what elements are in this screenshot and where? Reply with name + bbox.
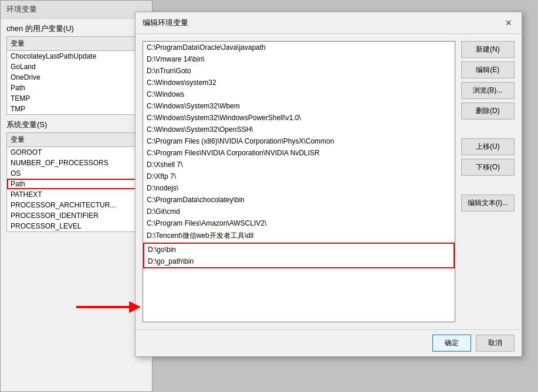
button-spacer-1 <box>461 123 515 135</box>
sys-var-row-num-processors[interactable]: NUMBER_OF_PROCESSORS <box>7 158 146 168</box>
sys-var-row-proc-id[interactable]: PROCESSOR_IDENTIFIER <box>7 210 146 221</box>
edit-text-button[interactable]: 编辑文本(I)... <box>461 195 515 212</box>
sys-vars-header: 变量 <box>7 133 146 147</box>
path-item-go-bin[interactable]: D:\go\bin <box>143 243 455 255</box>
sys-var-row-goroot[interactable]: GOROOT <box>7 147 146 158</box>
path-list[interactable]: C:\ProgramData\Oracle\Java\javapath D:\V… <box>143 41 455 322</box>
user-vars-section-label: chen 的用户变量(U) <box>1 19 152 36</box>
sys-var-row-proc-level[interactable]: PROCESSOR_LEVEL <box>7 221 146 231</box>
dialog-titlebar: 编辑环境变量 ✕ <box>136 12 522 34</box>
sys-var-row-path[interactable]: Path <box>7 179 146 189</box>
path-item-11[interactable]: D:\Xftp 7\ <box>143 171 455 182</box>
path-item-6[interactable]: C:\Windows\System32\WindowsPowerShell\v1… <box>143 112 455 124</box>
arrow-annotation <box>76 299 141 317</box>
path-item-2[interactable]: D:\nTrun\Goto <box>143 65 455 77</box>
path-item-15[interactable]: C:\Program Files\Amazon\AWSCLIV2\ <box>143 217 455 229</box>
new-button[interactable]: 新建(N) <box>461 41 515 58</box>
path-item-16[interactable]: D:\Tencent\微信web开发者工具\dll <box>143 229 455 243</box>
env-vars-background-window: 环境变量 chen 的用户变量(U) 变量 ChocolateyLastPath… <box>0 0 153 392</box>
bg-window-title: 环境变量 <box>1 1 152 19</box>
edit-button[interactable]: 编辑(E) <box>461 62 515 79</box>
path-item-8[interactable]: C:\Program Files (x86)\NVIDIA Corporatio… <box>143 135 455 147</box>
dialog-footer: 确定 取消 <box>136 329 522 356</box>
path-item-go-path-bin[interactable]: D:\go_path\bin <box>143 255 455 268</box>
dialog-body: C:\ProgramData\Oracle\Java\javapath D:\V… <box>136 34 522 329</box>
browse-button[interactable]: 浏览(B)... <box>461 82 515 99</box>
path-item-9[interactable]: C:\Program Files\NVIDIA Corporation\NVID… <box>143 147 455 159</box>
button-spacer-2 <box>461 179 515 191</box>
user-vars-header: 变量 <box>7 37 146 51</box>
user-var-row-path[interactable]: Path <box>7 83 146 93</box>
path-item-0[interactable]: C:\ProgramData\Oracle\Java\javapath <box>143 42 455 53</box>
dialog-close-button[interactable]: ✕ <box>503 17 515 29</box>
sys-var-row-proc-arch[interactable]: PROCESSOR_ARCHITECTUR... <box>7 200 146 210</box>
move-up-button[interactable]: 上移(U) <box>461 138 515 155</box>
sys-vars-section-label: 系统变量(S) <box>1 115 152 132</box>
confirm-button[interactable]: 确定 <box>432 335 471 352</box>
dialog-title: 编辑环境变量 <box>143 18 188 28</box>
move-down-button[interactable]: 下移(O) <box>461 159 515 176</box>
path-item-13[interactable]: C:\ProgramData\chocolatey\bin <box>143 194 455 206</box>
user-var-row-onedrive[interactable]: OneDrive <box>7 72 146 83</box>
user-var-row-tmp[interactable]: TMP <box>7 104 146 114</box>
sys-var-row-os[interactable]: OS <box>7 168 146 179</box>
path-item-1[interactable]: D:\Vmware 14\bin\ <box>143 53 455 65</box>
user-var-row-goland[interactable]: GoLand <box>7 62 146 72</box>
path-item-12[interactable]: D:\nodejs\ <box>143 182 455 194</box>
arrow-icon <box>76 299 141 315</box>
edit-env-var-dialog: 编辑环境变量 ✕ C:\ProgramData\Oracle\Java\java… <box>135 12 522 357</box>
dialog-action-buttons: 新建(N) 编辑(E) 浏览(B)... 删除(D) 上移(U) 下移(O) 编… <box>461 41 515 322</box>
sys-var-row-pathext[interactable]: PATHEXT <box>7 189 146 200</box>
path-item-4[interactable]: C:\Windows <box>143 88 455 100</box>
path-item-7[interactable]: C:\Windows\System32\OpenSSH\ <box>143 124 455 135</box>
delete-button[interactable]: 删除(D) <box>461 103 515 120</box>
path-item-5[interactable]: C:\Windows\System32\Wbem <box>143 100 455 112</box>
user-var-row-temp[interactable]: TEMP <box>7 93 146 104</box>
sys-vars-table: 变量 GOROOT NUMBER_OF_PROCESSORS OS Path P… <box>6 132 146 232</box>
path-item-3[interactable]: C:\Windows\system32 <box>143 77 455 88</box>
cancel-button[interactable]: 取消 <box>476 335 515 352</box>
user-vars-table: 变量 ChocolateyLastPathUpdate GoLand OneDr… <box>6 36 146 115</box>
path-item-10[interactable]: D:\Xshell 7\ <box>143 159 455 171</box>
user-var-row-chocolatey[interactable]: ChocolateyLastPathUpdate <box>7 51 146 62</box>
path-item-14[interactable]: D:\Git\cmd <box>143 206 455 217</box>
